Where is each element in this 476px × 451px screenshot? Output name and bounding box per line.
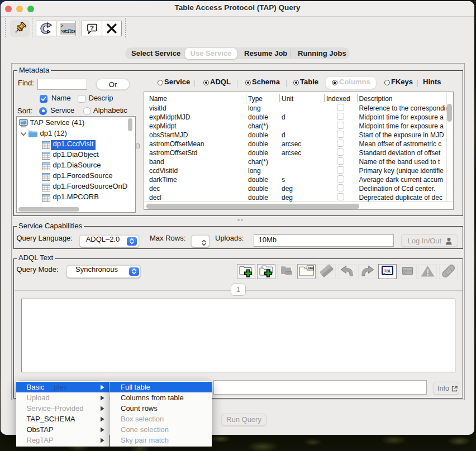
svg-text:>stilts: >stilts xyxy=(61,29,76,35)
svg-text:Abc: Abc xyxy=(308,267,314,270)
svg-text:TBL: TBL xyxy=(384,269,392,274)
svg-text:>: > xyxy=(61,23,64,29)
svg-text:?: ? xyxy=(90,24,94,31)
